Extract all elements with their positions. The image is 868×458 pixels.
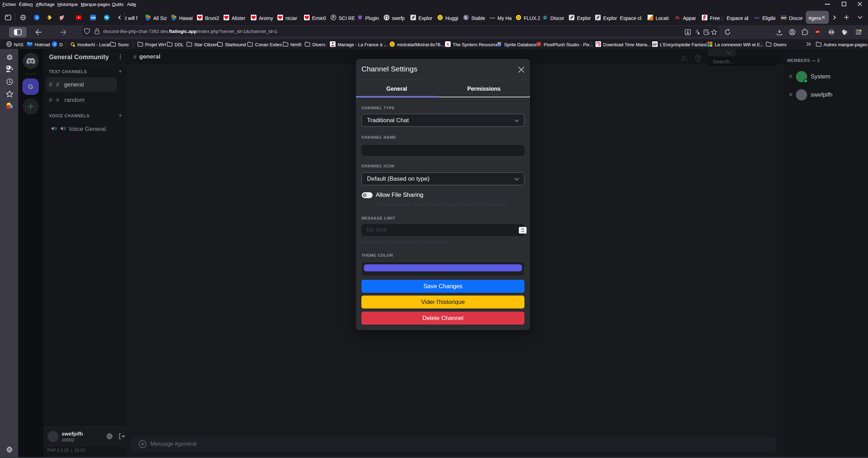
svg-text:S: S [446,42,449,47]
svg-text:P: P [332,16,335,20]
svg-text:uO: uO [816,30,819,33]
svg-text:DSM: DSM [91,16,96,19]
svg-text:2: 2 [708,32,710,35]
svg-text:EF: EF [653,43,657,46]
svg-text:cloud: cloud [490,17,495,19]
svg-text:A: A [697,32,700,35]
svg-text:S.: S. [464,16,468,20]
svg-text:f: f [36,16,38,20]
svg-text:f: f [54,42,56,47]
svg-text:SL: SL [675,15,680,20]
svg-text:adn: adn [755,16,760,19]
